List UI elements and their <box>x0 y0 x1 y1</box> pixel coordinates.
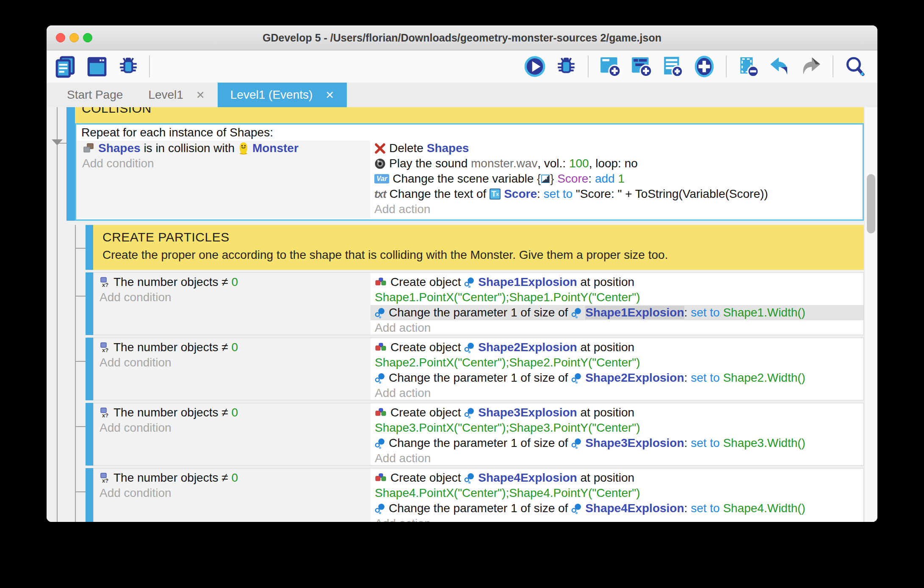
add-action-button[interactable]: Add action <box>375 516 863 522</box>
add-condition-button[interactable]: Add condition <box>100 420 371 435</box>
shape-event-4[interactable]: x?The number objects ≠ 0Add conditionCre… <box>93 468 864 522</box>
text-segment: no <box>625 157 638 170</box>
add-condition-button[interactable]: Add condition <box>82 156 370 171</box>
action-row[interactable]: Shape2.PointX("Center");Shape2.PointY("C… <box>375 355 863 370</box>
scene-editor-icon[interactable] <box>86 55 108 78</box>
add-subevent-icon[interactable] <box>630 55 653 78</box>
tab-start-page[interactable]: Start Page <box>54 83 136 107</box>
text-segment: : <box>684 306 691 319</box>
event-tree-tick <box>75 248 86 249</box>
action-row[interactable]: Change the parameter 1 of size of Shape3… <box>375 435 863 451</box>
text-segment: at position <box>577 275 634 289</box>
window-title: GDevelop 5 - /Users/florian/Downloads/ge… <box>47 25 877 50</box>
number-objects-icon: x? <box>100 407 110 419</box>
project-manager-icon[interactable] <box>54 55 77 78</box>
event-selection-bar <box>66 107 75 221</box>
add-action-button[interactable]: Add action <box>375 320 863 336</box>
comment-collision[interactable]: COLLISION <box>75 107 864 123</box>
text-segment: Create object <box>390 275 464 289</box>
event-tree-tick <box>75 426 86 427</box>
app-window: GDevelop 5 - /Users/florian/Downloads/ge… <box>47 25 877 522</box>
scrollbar-track[interactable] <box>864 107 877 522</box>
shape-event-2[interactable]: x?The number objects ≠ 0Add conditionCre… <box>93 338 864 400</box>
text-segment: Change the scene variable <box>393 172 537 186</box>
text-segment: set to <box>691 371 723 385</box>
condition-row[interactable]: x?The number objects ≠ 0 <box>100 405 371 420</box>
text-segment: 0 <box>231 275 238 289</box>
toolbar-separator <box>726 55 727 78</box>
undo-icon[interactable] <box>768 55 791 78</box>
text-segment: monster.wav <box>471 157 537 170</box>
create-object-icon <box>375 277 387 288</box>
close-window-button[interactable] <box>56 33 65 42</box>
debugger-icon[interactable] <box>555 55 578 78</box>
text-segment: ≠ <box>221 406 231 419</box>
minimize-window-button[interactable] <box>69 33 79 42</box>
debugger-icon[interactable] <box>117 55 140 78</box>
action-row[interactable]: Shape3.PointX("Center");Shape3.PointY("C… <box>375 420 863 435</box>
create-object-icon <box>375 408 387 418</box>
condition-row[interactable]: x?The number objects ≠ 0 <box>100 340 371 355</box>
add-condition-button[interactable]: Add condition <box>100 355 371 370</box>
text-segment: Shape4Explosion <box>585 502 684 515</box>
collapse-arrow-icon[interactable] <box>52 139 63 145</box>
conditions-column: x?The number objects ≠ 0Add condition <box>94 403 371 465</box>
action-row[interactable]: Play the sound monster.wav, vol.: 100, l… <box>374 156 863 171</box>
add-condition-button[interactable]: Add condition <box>100 485 371 501</box>
text-segment: Shape3.PointX("Center");Shape3.PointY("C… <box>375 421 640 435</box>
search-icon[interactable] <box>844 55 866 78</box>
close-tab-icon[interactable]: ✕ <box>196 89 205 101</box>
zoom-window-button[interactable] <box>83 33 92 42</box>
tab-level1[interactable]: Level1✕ <box>136 83 217 107</box>
text-segment: 0 <box>231 341 238 354</box>
text-segment: Shape3Explosion <box>478 406 577 419</box>
action-row[interactable]: Shape4.PointX("Center");Shape4.PointY("C… <box>375 485 863 501</box>
toolbar-right-group <box>523 55 866 78</box>
close-tab-icon[interactable]: ✕ <box>325 89 334 101</box>
play-icon[interactable] <box>523 55 546 78</box>
add-plus-icon[interactable] <box>693 55 716 78</box>
tab-level1-events[interactable]: Level1 (Events)✕ <box>218 83 347 107</box>
repeat-event[interactable]: Repeat for each instance of Shapes: Shap… <box>75 123 864 221</box>
particle-icon <box>464 342 475 353</box>
action-row[interactable]: txtChange the text of TxScore: set to "S… <box>374 186 863 202</box>
action-row[interactable]: Shape1.PointX("Center");Shape1.PointY("C… <box>375 290 863 305</box>
particle-icon <box>464 472 475 484</box>
condition-row[interactable]: x?The number objects ≠ 0 <box>100 275 371 290</box>
text-segment: ≠ <box>221 341 231 354</box>
text-segment: Create object <box>390 341 464 354</box>
action-row[interactable]: Change the parameter 1 of size of Shape2… <box>375 370 863 386</box>
redo-icon[interactable] <box>800 55 822 78</box>
particle-icon <box>571 372 582 384</box>
add-action-button[interactable]: Add action <box>374 202 863 217</box>
add-action-button[interactable]: Add action <box>375 386 863 401</box>
remove-selection-icon[interactable] <box>737 55 760 78</box>
action-row[interactable]: Change the parameter 1 of size of Shape1… <box>371 305 863 320</box>
text-segment: : <box>537 187 544 201</box>
action-row[interactable]: Create object Shape2Explosion at positio… <box>375 340 863 355</box>
action-row[interactable]: Change the parameter 1 of size of Shape4… <box>375 501 863 516</box>
add-event-icon[interactable] <box>599 55 622 78</box>
condition-row[interactable]: Shapes is in collision with Monster <box>82 141 370 156</box>
condition-row[interactable]: x?The number objects ≠ 0 <box>100 470 371 485</box>
text-segment: Monster <box>252 141 299 155</box>
add-condition-button[interactable]: Add condition <box>100 290 371 305</box>
text-segment: Shape2Explosion <box>478 341 577 354</box>
add-action-button[interactable]: Add action <box>375 451 863 466</box>
action-row[interactable]: VarChange the scene variable {}Score: ad… <box>374 171 863 186</box>
action-row[interactable]: Create object Shape1Explosion at positio… <box>375 275 863 290</box>
particle-icon <box>375 438 385 449</box>
add-comment-icon[interactable] <box>661 55 684 78</box>
action-row[interactable]: Create object Shape3Explosion at positio… <box>375 405 863 420</box>
text-segment: , loop: <box>589 157 625 170</box>
event-selection-bar <box>86 272 93 335</box>
text-segment: at position <box>577 341 634 354</box>
shape-event-1[interactable]: x?The number objects ≠ 0Add conditionCre… <box>93 272 864 335</box>
comment-create-particles[interactable]: CREATE PARTICLES Create the proper one a… <box>93 225 864 270</box>
text-segment: set to <box>691 436 723 450</box>
action-row[interactable]: Delete Shapes <box>374 141 863 156</box>
action-row[interactable]: Create object Shape4Explosion at positio… <box>375 470 863 485</box>
number-objects-icon: x? <box>100 472 110 484</box>
scrollbar-thumb[interactable] <box>867 174 875 233</box>
shape-event-3[interactable]: x?The number objects ≠ 0Add conditionCre… <box>93 403 864 466</box>
